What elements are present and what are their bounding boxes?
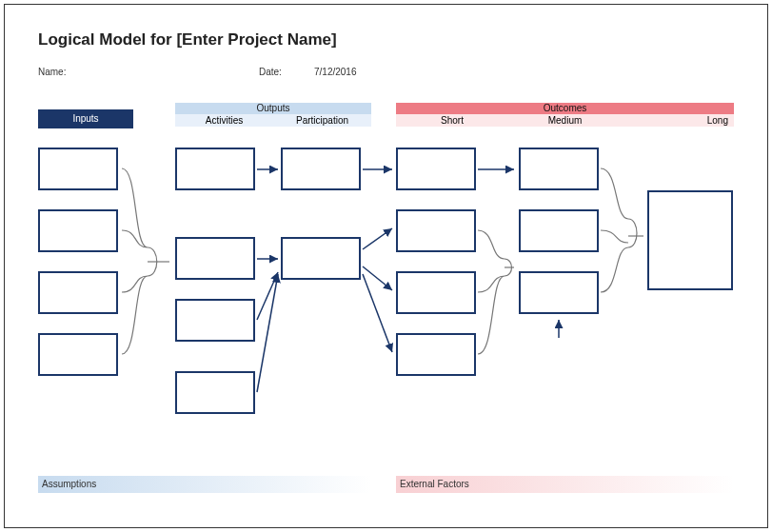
participation-box-1[interactable] <box>281 148 361 190</box>
activity-box-3[interactable] <box>175 299 255 342</box>
header-medium: Medium <box>508 114 622 127</box>
input-box-3[interactable] <box>38 271 118 314</box>
page-title: Logical Model for [Enter Project Name] <box>38 30 337 49</box>
title-prefix: Logical Model for <box>38 30 176 49</box>
short-box-1[interactable] <box>396 148 476 190</box>
date-value: 7/12/2016 <box>314 67 357 77</box>
short-box-2[interactable] <box>396 209 476 252</box>
input-box-4[interactable] <box>38 333 118 376</box>
short-box-4[interactable] <box>396 333 476 376</box>
input-box-2[interactable] <box>38 209 118 252</box>
date-label: Date: <box>259 67 282 77</box>
header-activities: Activities <box>175 114 273 127</box>
header-long: Long <box>622 114 734 127</box>
medium-box-3[interactable] <box>519 271 599 314</box>
header-participation: Participation <box>273 114 371 127</box>
short-box-3[interactable] <box>396 271 476 314</box>
input-box-1[interactable] <box>38 148 118 190</box>
activity-box-4[interactable] <box>175 371 255 414</box>
header-inputs: Inputs <box>38 109 133 128</box>
name-label: Name: <box>38 67 66 77</box>
long-box-1[interactable] <box>647 190 733 290</box>
header-outcomes: Outcomes <box>396 103 734 114</box>
header-outputs: Outputs <box>175 103 371 114</box>
header-short: Short <box>396 114 508 127</box>
assumptions-section[interactable]: Assumptions <box>38 476 371 493</box>
medium-box-1[interactable] <box>519 148 599 190</box>
meta-row: Name: Date: 7/12/2016 <box>38 67 66 77</box>
external-factors-section[interactable]: External Factors <box>396 476 734 493</box>
activity-box-2[interactable] <box>175 237 255 280</box>
title-placeholder[interactable]: [Enter Project Name] <box>176 30 336 49</box>
medium-box-2[interactable] <box>519 209 599 252</box>
participation-box-2[interactable] <box>281 237 361 280</box>
activity-box-1[interactable] <box>175 148 255 190</box>
